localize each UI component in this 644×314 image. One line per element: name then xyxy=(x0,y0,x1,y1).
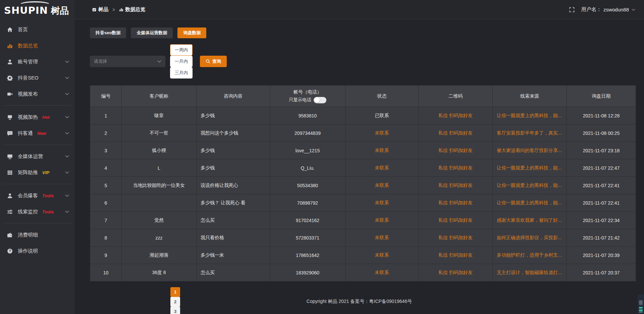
cell-source-link[interactable]: 感谢大家喜欢我家，被问了好... xyxy=(493,212,567,229)
cell-source-link[interactable]: 让你一眼就爱上的黑科技，能... xyxy=(493,107,567,124)
cell-nickname: 不可一世 xyxy=(122,124,197,142)
inquiry-table: 编号客户昵称咨询内容帐号（电话）只显示电话状态二维码线索来源询盘日期 1啵章多少… xyxy=(90,85,636,281)
cell-account: 2097344839 xyxy=(270,124,345,142)
cell-qr-link[interactable]: 私信 扫码加好友 xyxy=(419,264,493,281)
cell-qr-link[interactable]: 私信 扫码加好友 xyxy=(419,247,493,264)
sidebar-item-clue-monitor[interactable]: 线索监控Tools xyxy=(0,204,74,220)
username-label: 用户名： xyxy=(581,6,601,13)
table-row: 1啵章多少钱9583810已联系私信 扫码加好友让你一眼就爱上的黑科技，能...… xyxy=(90,107,636,124)
tab-2[interactable]: 全媒体运营数据 xyxy=(131,28,173,38)
cell-qr-link[interactable]: 私信 扫码加好友 xyxy=(419,229,493,247)
cell-qr-link[interactable]: 私信 扫码加好友 xyxy=(419,159,493,177)
cell-account: 178651642 xyxy=(270,247,345,264)
cell-account: 9583810 xyxy=(270,107,345,124)
home-icon xyxy=(7,27,13,33)
sidebar-item-label: 抖音SEO xyxy=(18,75,39,81)
period-button-3[interactable]: 三月内 xyxy=(170,67,193,78)
sidebar-item-home[interactable]: 首页 xyxy=(0,21,74,38)
sidebar-item-consume-detail[interactable]: 消费明细 xyxy=(0,227,74,243)
sidebar-item-label: 首页 xyxy=(18,27,28,33)
cell-status: 未联系 xyxy=(345,194,419,212)
sidebar-item-label: 全媒体运营 xyxy=(18,153,43,160)
cell-qr-link[interactable]: 私信 扫码加好友 xyxy=(419,212,493,229)
filter-select[interactable]: 请选择 xyxy=(90,56,165,67)
breadcrumb-app-icon xyxy=(92,7,97,12)
cell-source-link[interactable]: 让你一眼就爱上的黑科技，能... xyxy=(493,177,567,194)
table-row: 5当地比较能吃的一位美女说说价格让我死心50534380未联系私信 扫码加好友让… xyxy=(90,177,636,194)
table-row: 1036度 8怎么买183929060未联系私信 扫码加好友无主灯设计，智能磁吸… xyxy=(90,264,636,281)
user-menu[interactable]: 用户名： zswodun88 xyxy=(581,6,635,13)
table-row: 4L多少钱Q_Liu.未联系私信 扫码加好友让你一眼就爱上的黑科技，能...20… xyxy=(90,159,636,177)
cell-qr-link[interactable]: 私信 扫码加好友 xyxy=(419,107,493,124)
cell-qr-link[interactable]: 私信 扫码加好友 xyxy=(419,142,493,159)
header-right: 用户名： zswodun88 xyxy=(569,6,635,13)
cell-source-link[interactable]: 如何正确选择投影仪，买投影... xyxy=(493,229,567,247)
period-button-2[interactable]: 一月内 xyxy=(170,56,193,67)
chevron-down-icon xyxy=(65,93,69,95)
cell-nickname: 狐小狸 xyxy=(122,142,197,159)
cell-date: 2021-11-08 12:28 xyxy=(567,107,636,124)
sidebar-item-member-blast[interactable]: 会员爆客Tools xyxy=(0,188,74,204)
cell-source-link[interactable]: 被大家追着问的客厅投影分享... xyxy=(493,142,567,159)
chevron-down-icon xyxy=(632,8,635,11)
column-header-2: 客户昵称 xyxy=(122,86,197,107)
sidebar-item-media-operation[interactable]: 全媒体运营 xyxy=(0,148,74,164)
sidebar-item-operation-guide[interactable]: ?操作说明 xyxy=(0,243,74,259)
cell-account: 183929060 xyxy=(270,264,345,281)
period-button-1[interactable]: 一周内 xyxy=(170,44,193,56)
corner-widget[interactable] xyxy=(638,295,644,314)
cell-source-link[interactable]: 客厅安装投影半年多了，真实... xyxy=(493,124,567,142)
query-button[interactable]: 查询 xyxy=(200,56,227,67)
chevron-down-icon xyxy=(65,171,69,174)
breadcrumb-root[interactable]: 树品 xyxy=(98,6,108,13)
cell-id: 3 xyxy=(90,142,122,159)
sidebar-item-account-management[interactable]: 账号管理 xyxy=(0,54,74,70)
cell-content: 多少钱 xyxy=(197,159,270,177)
cell-source-link[interactable]: 让你一眼就爱上的黑科技，能... xyxy=(493,159,567,177)
sidebar-item-label: 线索监控 xyxy=(18,209,38,215)
sidebar-item-video-heating[interactable]: 视频加热Hot xyxy=(0,109,74,125)
copyright-text: Copyright 树品 2021 备案号：粤ICP备09019646号 xyxy=(307,299,412,305)
cell-status: 未联系 xyxy=(345,229,419,247)
tab-3[interactable]: 询盘数据 xyxy=(177,28,206,38)
cell-id: 2 xyxy=(90,124,122,142)
cell-qr-link[interactable]: 私信 扫码加好友 xyxy=(419,177,493,194)
cell-status: 未联系 xyxy=(345,212,419,229)
fullscreen-icon[interactable] xyxy=(569,7,575,12)
filter-bar: 请选择 一周内一月内三月内 查询 xyxy=(90,44,636,78)
cell-source-link[interactable]: 无主灯设计，智能磁吸轨道灯... xyxy=(493,264,567,281)
sidebar-item-douketong[interactable]: 抖客通New xyxy=(0,125,74,141)
cell-date: 2021-11-07 23:18 xyxy=(567,142,636,159)
phone-only-toggle[interactable] xyxy=(314,97,326,103)
filter-select-placeholder: 请选择 xyxy=(94,58,107,64)
screen-icon xyxy=(7,114,13,120)
cell-id: 5 xyxy=(90,177,122,194)
cell-nickname: 啵章 xyxy=(122,107,197,124)
column-header-1: 编号 xyxy=(90,86,122,107)
sidebar-item-label: 视频发布 xyxy=(18,91,38,97)
sidebar-item-matrix-boost[interactable]: 矩阵助推VIP xyxy=(0,164,74,180)
sidebar-item-douyin-seo[interactable]: 抖音SEO xyxy=(0,70,74,86)
data-tabs: 抖音seo数据全媒体运营数据询盘数据 xyxy=(90,28,636,38)
sidebar-item-data-overview[interactable]: 数据总览 xyxy=(0,38,74,54)
cell-content: 我只看价格 xyxy=(197,229,270,247)
cell-date: 2021-11-07 22:34 xyxy=(567,212,636,229)
sidebar-item-label: 视频加热 xyxy=(18,114,38,120)
table-row: 9潮起潮落多少钱一米178651642未联系私信 扫码加好友多功能护栏灯，适用于… xyxy=(90,247,636,264)
cell-nickname: 觉然 xyxy=(122,212,197,229)
cell-source-link[interactable]: 让你一眼就爱上的黑科技，能... xyxy=(493,194,567,212)
cell-qr-link[interactable]: 私信 扫码加好友 xyxy=(419,194,493,212)
sliders-icon xyxy=(7,209,13,215)
sidebar-item-badge: VIP xyxy=(42,170,49,175)
cell-source-link[interactable]: 多功能护栏灯，适用于乡村文... xyxy=(493,247,567,264)
chevron-down-icon xyxy=(65,194,69,197)
tab-1[interactable]: 抖音seo数据 xyxy=(90,28,126,38)
cell-account: Q_Liu. xyxy=(270,159,345,177)
main-content: 抖音seo数据全媒体运营数据询盘数据 请选择 一周内一月内三月内 查询 编号客户… xyxy=(74,19,644,314)
cell-content: 多少钱 xyxy=(197,142,270,159)
cell-account: 572803371 xyxy=(270,229,345,247)
cell-qr-link[interactable]: 私信 扫码加好友 xyxy=(419,124,493,142)
sidebar-item-video-publish[interactable]: 视频发布 xyxy=(0,86,74,102)
column-header-7: 线索来源 xyxy=(493,86,567,107)
cell-status: 未联系 xyxy=(345,142,419,159)
